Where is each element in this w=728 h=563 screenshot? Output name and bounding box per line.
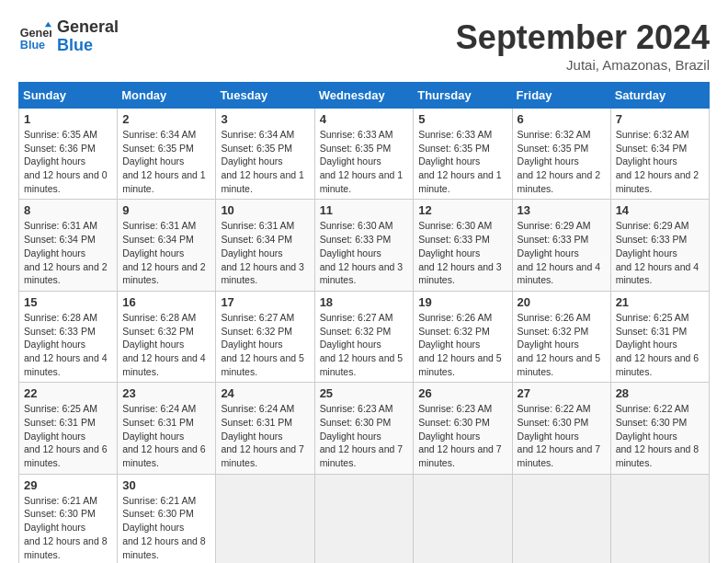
calendar-week-2: 8 Sunrise: 6:31 AM Sunset: 6:34 PM Dayli… bbox=[19, 200, 710, 291]
day-info: Sunrise: 6:24 AM Sunset: 6:31 PM Dayligh… bbox=[122, 402, 210, 469]
day-number: 30 bbox=[122, 478, 210, 492]
day-number: 29 bbox=[24, 478, 112, 492]
day-number: 16 bbox=[122, 295, 210, 309]
day-info: Sunrise: 6:32 AM Sunset: 6:35 PM Dayligh… bbox=[518, 128, 606, 195]
calendar-cell: 12 Sunrise: 6:30 AM Sunset: 6:33 PM Dayl… bbox=[414, 200, 512, 291]
day-number: 3 bbox=[221, 112, 309, 126]
day-number: 8 bbox=[24, 203, 112, 217]
day-info: Sunrise: 6:22 AM Sunset: 6:30 PM Dayligh… bbox=[616, 402, 704, 469]
calendar-cell: 13 Sunrise: 6:29 AM Sunset: 6:33 PM Dayl… bbox=[512, 200, 610, 291]
day-info: Sunrise: 6:21 AM Sunset: 6:30 PM Dayligh… bbox=[122, 494, 210, 561]
title-area: September 2024 Jutai, Amazonas, Brazil bbox=[456, 18, 710, 73]
weekday-header-thursday: Thursday bbox=[414, 83, 512, 109]
day-info: Sunrise: 6:29 AM Sunset: 6:33 PM Dayligh… bbox=[518, 219, 606, 286]
day-info: Sunrise: 6:21 AM Sunset: 6:30 PM Dayligh… bbox=[24, 494, 112, 561]
day-info: Sunrise: 6:32 AM Sunset: 6:34 PM Dayligh… bbox=[616, 128, 704, 195]
calendar-week-5: 29 Sunrise: 6:21 AM Sunset: 6:30 PM Dayl… bbox=[19, 474, 710, 563]
day-info: Sunrise: 6:27 AM Sunset: 6:32 PM Dayligh… bbox=[320, 311, 409, 378]
calendar-cell: 3 Sunrise: 6:34 AM Sunset: 6:35 PM Dayli… bbox=[216, 109, 314, 200]
calendar-cell: 9 Sunrise: 6:31 AM Sunset: 6:34 PM Dayli… bbox=[118, 200, 216, 291]
day-number: 2 bbox=[122, 112, 210, 126]
day-number: 6 bbox=[518, 112, 606, 126]
calendar-cell: 30 Sunrise: 6:21 AM Sunset: 6:30 PM Dayl… bbox=[118, 474, 216, 563]
day-number: 17 bbox=[221, 295, 309, 309]
svg-marker-2 bbox=[45, 22, 51, 27]
day-info: Sunrise: 6:35 AM Sunset: 6:36 PM Dayligh… bbox=[24, 128, 112, 195]
day-number: 1 bbox=[24, 112, 112, 126]
day-number: 20 bbox=[518, 295, 606, 309]
day-number: 24 bbox=[221, 386, 309, 400]
weekday-header-monday: Monday bbox=[118, 83, 216, 109]
calendar-cell bbox=[512, 474, 610, 563]
day-info: Sunrise: 6:33 AM Sunset: 6:35 PM Dayligh… bbox=[320, 128, 409, 195]
day-number: 5 bbox=[418, 112, 506, 126]
day-info: Sunrise: 6:29 AM Sunset: 6:33 PM Dayligh… bbox=[616, 219, 704, 286]
page-header: General Blue General Blue September 2024… bbox=[18, 18, 710, 73]
day-info: Sunrise: 6:23 AM Sunset: 6:30 PM Dayligh… bbox=[418, 402, 506, 469]
calendar-table: SundayMondayTuesdayWednesdayThursdayFrid… bbox=[18, 82, 710, 563]
calendar-cell: 28 Sunrise: 6:22 AM Sunset: 6:30 PM Dayl… bbox=[610, 383, 709, 474]
day-number: 28 bbox=[616, 386, 704, 400]
day-info: Sunrise: 6:28 AM Sunset: 6:32 PM Dayligh… bbox=[122, 311, 210, 378]
calendar-cell: 17 Sunrise: 6:27 AM Sunset: 6:32 PM Dayl… bbox=[216, 291, 314, 382]
calendar-cell: 29 Sunrise: 6:21 AM Sunset: 6:30 PM Dayl… bbox=[19, 474, 118, 563]
day-number: 22 bbox=[24, 386, 112, 400]
calendar-cell: 21 Sunrise: 6:25 AM Sunset: 6:31 PM Dayl… bbox=[610, 291, 709, 382]
day-info: Sunrise: 6:34 AM Sunset: 6:35 PM Dayligh… bbox=[221, 128, 309, 195]
calendar-cell: 25 Sunrise: 6:23 AM Sunset: 6:30 PM Dayl… bbox=[314, 383, 414, 474]
day-number: 7 bbox=[616, 112, 704, 126]
day-info: Sunrise: 6:30 AM Sunset: 6:33 PM Dayligh… bbox=[320, 219, 409, 286]
calendar-cell bbox=[314, 474, 414, 563]
calendar-cell bbox=[216, 474, 314, 563]
calendar-week-3: 15 Sunrise: 6:28 AM Sunset: 6:33 PM Dayl… bbox=[19, 291, 710, 382]
calendar-cell: 24 Sunrise: 6:24 AM Sunset: 6:31 PM Dayl… bbox=[216, 383, 314, 474]
day-info: Sunrise: 6:26 AM Sunset: 6:32 PM Dayligh… bbox=[418, 311, 506, 378]
calendar-cell: 7 Sunrise: 6:32 AM Sunset: 6:34 PM Dayli… bbox=[610, 109, 709, 200]
day-number: 18 bbox=[320, 295, 409, 309]
weekday-header-wednesday: Wednesday bbox=[314, 83, 414, 109]
day-number: 25 bbox=[320, 386, 409, 400]
calendar-cell: 14 Sunrise: 6:29 AM Sunset: 6:33 PM Dayl… bbox=[610, 200, 709, 291]
calendar-cell: 18 Sunrise: 6:27 AM Sunset: 6:32 PM Dayl… bbox=[314, 291, 414, 382]
weekday-header-saturday: Saturday bbox=[610, 83, 709, 109]
calendar-cell: 23 Sunrise: 6:24 AM Sunset: 6:31 PM Dayl… bbox=[118, 383, 216, 474]
logo: General Blue General Blue bbox=[18, 18, 119, 55]
day-number: 12 bbox=[418, 203, 506, 217]
calendar-cell: 15 Sunrise: 6:28 AM Sunset: 6:33 PM Dayl… bbox=[19, 291, 118, 382]
day-number: 23 bbox=[122, 386, 210, 400]
calendar-cell: 20 Sunrise: 6:26 AM Sunset: 6:32 PM Dayl… bbox=[512, 291, 610, 382]
day-number: 21 bbox=[616, 295, 704, 309]
day-number: 19 bbox=[418, 295, 506, 309]
calendar-cell: 16 Sunrise: 6:28 AM Sunset: 6:32 PM Dayl… bbox=[118, 291, 216, 382]
day-info: Sunrise: 6:27 AM Sunset: 6:32 PM Dayligh… bbox=[221, 311, 309, 378]
calendar-cell: 1 Sunrise: 6:35 AM Sunset: 6:36 PM Dayli… bbox=[19, 109, 118, 200]
day-number: 13 bbox=[518, 203, 606, 217]
day-number: 26 bbox=[418, 386, 506, 400]
calendar-cell: 19 Sunrise: 6:26 AM Sunset: 6:32 PM Dayl… bbox=[414, 291, 512, 382]
logo-text-line1: General bbox=[57, 18, 119, 37]
calendar-cell: 22 Sunrise: 6:25 AM Sunset: 6:31 PM Dayl… bbox=[19, 383, 118, 474]
calendar-cell: 8 Sunrise: 6:31 AM Sunset: 6:34 PM Dayli… bbox=[19, 200, 118, 291]
logo-text-line2: Blue bbox=[57, 37, 119, 55]
day-info: Sunrise: 6:31 AM Sunset: 6:34 PM Dayligh… bbox=[221, 219, 309, 286]
weekday-header-sunday: Sunday bbox=[19, 83, 118, 109]
calendar-cell bbox=[414, 474, 512, 563]
day-info: Sunrise: 6:26 AM Sunset: 6:32 PM Dayligh… bbox=[518, 311, 606, 378]
day-number: 4 bbox=[320, 112, 409, 126]
calendar-week-4: 22 Sunrise: 6:25 AM Sunset: 6:31 PM Dayl… bbox=[19, 383, 710, 474]
weekday-header-friday: Friday bbox=[512, 83, 610, 109]
month-title: September 2024 bbox=[456, 18, 710, 57]
calendar-week-1: 1 Sunrise: 6:35 AM Sunset: 6:36 PM Dayli… bbox=[19, 109, 710, 200]
logo-icon: General Blue bbox=[18, 20, 51, 53]
day-info: Sunrise: 6:31 AM Sunset: 6:34 PM Dayligh… bbox=[24, 219, 112, 286]
day-info: Sunrise: 6:25 AM Sunset: 6:31 PM Dayligh… bbox=[24, 402, 112, 469]
svg-text:Blue: Blue bbox=[20, 38, 45, 51]
weekday-header-tuesday: Tuesday bbox=[216, 83, 314, 109]
day-info: Sunrise: 6:24 AM Sunset: 6:31 PM Dayligh… bbox=[221, 402, 309, 469]
calendar-cell bbox=[610, 474, 709, 563]
day-info: Sunrise: 6:23 AM Sunset: 6:30 PM Dayligh… bbox=[320, 402, 409, 469]
calendar-cell: 4 Sunrise: 6:33 AM Sunset: 6:35 PM Dayli… bbox=[314, 109, 414, 200]
day-info: Sunrise: 6:22 AM Sunset: 6:30 PM Dayligh… bbox=[518, 402, 606, 469]
calendar-cell: 11 Sunrise: 6:30 AM Sunset: 6:33 PM Dayl… bbox=[314, 200, 414, 291]
day-info: Sunrise: 6:33 AM Sunset: 6:35 PM Dayligh… bbox=[418, 128, 506, 195]
